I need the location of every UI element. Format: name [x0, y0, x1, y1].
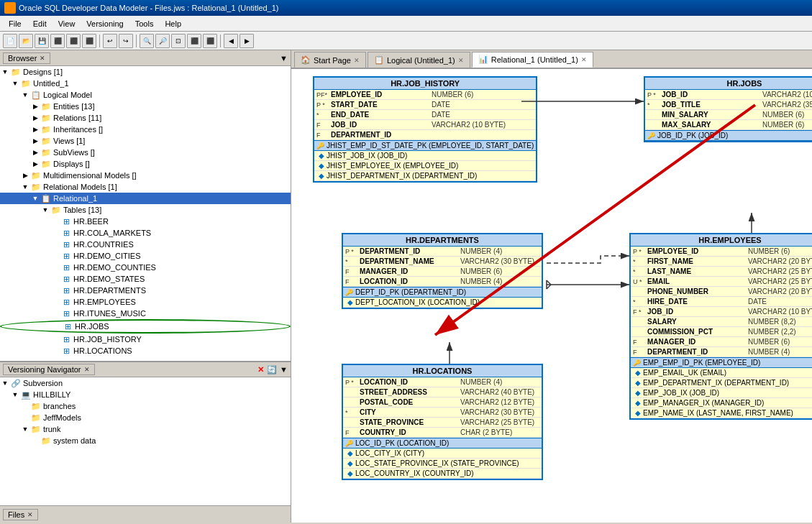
- tree-item-hr_itunes[interactable]: ⊞HR.ITUNES_MUSIC: [0, 308, 291, 319]
- tree-toggle-logical[interactable]: ▼: [20, 90, 30, 100]
- col-key: P *: [316, 101, 331, 109]
- ver-item-jeffmodels[interactable]: 📁JeffModels: [0, 412, 291, 423]
- db-table-hr-employees[interactable]: HR.EMPLOYEESP *EMPLOYEE_IDNUMBER (6)*FIR…: [629, 233, 812, 420]
- menu-tools[interactable]: Tools: [129, 18, 160, 29]
- tree-toggle-inheritances[interactable]: ▶: [30, 124, 40, 134]
- tree-toggle-displays[interactable]: ▶: [30, 159, 40, 169]
- tree-item-untitled1[interactable]: ▼📁Untitled_1: [0, 78, 291, 89]
- tree-item-hr_countries[interactable]: ⊞HR.COUNTRIES: [0, 239, 291, 250]
- ver-toggle-hillbilly[interactable]: ▼: [10, 390, 20, 400]
- browser-content[interactable]: ▼📁Designs [1]▼📁Untitled_1▼📋Logical Model…: [0, 66, 291, 361]
- versioning-refresh[interactable]: 🔄: [267, 365, 277, 374]
- tree-item-displays[interactable]: ▶📁Displays []: [0, 158, 291, 170]
- db-table-hr-locations[interactable]: HR.LOCATIONSP *LOCATION_IDNUMBER (4)STRE…: [342, 364, 543, 480]
- toolbar-forward[interactable]: ▶: [240, 34, 254, 48]
- toolbar-zoom-fit[interactable]: ⊡: [171, 34, 186, 48]
- toolbar-new[interactable]: 📄: [3, 34, 17, 48]
- tree-toggle-untitled1[interactable]: ▼: [10, 78, 20, 88]
- toolbar: 📄 📂 💾 ⬛ ⬛ ⬛ ↩ ↪ 🔍 🔎 ⊡ ⬛ ⬛ ◀ ▶: [0, 32, 812, 50]
- db-table-hr-departments[interactable]: HR.DEPARTMENTSP *DEPARTMENT_IDNUMBER (4)…: [342, 233, 543, 309]
- tree-item-multidim[interactable]: ▶📁Multidimensional Models []: [0, 170, 291, 181]
- browser-tab[interactable]: Browser ✕: [3, 52, 50, 64]
- tree-toggle-multidim[interactable]: ▶: [20, 170, 30, 180]
- toolbar-btn4[interactable]: ⬛: [187, 34, 201, 48]
- toolbar-back[interactable]: ◀: [224, 34, 238, 48]
- versioning-tab-close[interactable]: ✕: [84, 366, 90, 373]
- versioning-content[interactable]: ▼🔗Subversion▼💻HILLBILLY📁branches📁JeffMod…: [0, 377, 291, 505]
- tree-item-hr_counties[interactable]: ⊞HR.DEMO_COUNTIES: [0, 262, 291, 273]
- ver-item-branches[interactable]: 📁branches: [0, 400, 291, 412]
- tree-item-hr_cola[interactable]: ⊞HR.COLA_MARKETS: [0, 227, 291, 239]
- tree-toggle-subviews[interactable]: ▶: [30, 147, 40, 157]
- table-row-1: P *START_DATEDATE: [314, 100, 536, 110]
- browser-tab-close[interactable]: ✕: [40, 55, 45, 62]
- tree-toggle-relational[interactable]: ▼: [20, 182, 30, 192]
- menu-file[interactable]: File: [3, 18, 27, 29]
- tab-close-0[interactable]: ✕: [354, 57, 360, 64]
- toolbar-zoom-in[interactable]: 🔍: [140, 34, 154, 48]
- tree-item-entities[interactable]: ▶📁Entities [13]: [0, 101, 291, 112]
- tree-toggle-relations[interactable]: ▶: [30, 113, 40, 123]
- tree-item-hr_cities[interactable]: ⊞HR.DEMO_CITIES: [0, 250, 291, 262]
- tab-close-2[interactable]: ✕: [581, 56, 587, 63]
- db-table-hr-job-history[interactable]: HR.JOB_HISTORYPF*EMPLOYEE_IDNUMBER (6)P …: [313, 76, 537, 183]
- table-row-8: COMMISSION_PCTNUMBER (2,2): [631, 327, 812, 337]
- tree-item-hr_states[interactable]: ⊞HR.DEMO_STATES: [0, 273, 291, 285]
- ver-item-system_data[interactable]: 📁system data: [0, 435, 291, 446]
- tab-1[interactable]: 📋Logical (Untitled_1)✕: [368, 52, 470, 68]
- toolbar-btn5[interactable]: ⬛: [203, 34, 217, 48]
- tree-toggle-views[interactable]: ▶: [30, 136, 40, 146]
- ver-item-hillbilly[interactable]: ▼💻HILLBILLY: [0, 389, 291, 400]
- toolbar-undo[interactable]: ↩: [103, 34, 117, 48]
- menu-edit[interactable]: Edit: [27, 18, 53, 29]
- tree-item-logical[interactable]: ▼📋Logical Model: [0, 89, 291, 101]
- versioning-collapse[interactable]: ▼: [280, 365, 288, 374]
- tree-toggle-designs[interactable]: ▼: [0, 67, 10, 77]
- col-key: P *: [647, 91, 662, 98]
- files-tab-close[interactable]: ✕: [27, 511, 33, 518]
- diagram-canvas[interactable]: HR.JOB_HISTORYPF*EMPLOYEE_IDNUMBER (6)P …: [291, 69, 812, 523]
- tree-item-hr_job_history[interactable]: ⊞HR.JOB_HISTORY: [0, 334, 291, 345]
- tree-toggle-relational1[interactable]: ▼: [30, 193, 40, 203]
- files-panel[interactable]: Files ✕: [0, 505, 291, 523]
- ver-toggle-trunk[interactable]: ▼: [20, 424, 30, 434]
- browser-collapse[interactable]: ▼: [280, 54, 288, 63]
- toolbar-btn1[interactable]: ⬛: [50, 34, 65, 48]
- versioning-cancel[interactable]: ✕: [257, 365, 264, 374]
- tree-item-inheritances[interactable]: ▶📁Inheritances []: [0, 124, 291, 135]
- files-tab[interactable]: Files ✕: [3, 509, 38, 520]
- tree-item-hr_locations[interactable]: ⊞HR.LOCATIONS: [0, 345, 291, 357]
- toolbar-zoom-out[interactable]: 🔎: [155, 34, 170, 48]
- ver-item-subversion[interactable]: ▼🔗Subversion: [0, 377, 291, 389]
- ver-toggle-subversion[interactable]: ▼: [0, 378, 10, 388]
- tree-item-relational1[interactable]: ▼📋Relational_1: [0, 193, 291, 204]
- tree-item-subviews[interactable]: ▶📁SubViews []: [0, 147, 291, 158]
- tab-close-1[interactable]: ✕: [458, 57, 464, 64]
- tree-item-hr_jobs[interactable]: ⊞HR.JOBS: [0, 319, 291, 334]
- menu-versioning[interactable]: Versioning: [81, 18, 129, 29]
- ver-item-trunk[interactable]: ▼📁trunk: [0, 423, 291, 435]
- tree-item-hr_departments[interactable]: ⊞HR.DEPARTMENTS: [0, 285, 291, 296]
- toolbar-btn2[interactable]: ⬛: [66, 34, 81, 48]
- tree-toggle-tables[interactable]: ▼: [40, 205, 50, 215]
- tree-item-views[interactable]: ▶📁Views [1]: [0, 135, 291, 147]
- toolbar-btn3[interactable]: ⬛: [82, 34, 96, 48]
- tree-icon-subviews: 📁: [40, 147, 52, 157]
- versioning-tab[interactable]: Versioning Navigator ✕: [3, 364, 95, 375]
- tree-toggle-entities[interactable]: ▶: [30, 101, 40, 111]
- menu-help[interactable]: Help: [159, 18, 187, 29]
- db-table-hr-jobs[interactable]: HR.JOBSP *JOB_IDVARCHAR2 (10 BYTE)*JOB_T…: [644, 76, 812, 142]
- toolbar-open[interactable]: 📂: [19, 34, 33, 48]
- tab-2[interactable]: 📊Relational_1 (Untitled_1)✕: [472, 52, 593, 68]
- tree-item-tables[interactable]: ▼📁Tables [13]: [0, 204, 291, 216]
- versioning-tab-label: Versioning Navigator: [8, 365, 81, 374]
- toolbar-save[interactable]: 💾: [35, 34, 49, 48]
- menu-view[interactable]: View: [53, 18, 81, 29]
- tree-item-hr_beer[interactable]: ⊞HR.BEER: [0, 216, 291, 227]
- tree-item-relations[interactable]: ▶📁Relations [11]: [0, 112, 291, 124]
- tree-item-designs[interactable]: ▼📁Designs [1]: [0, 66, 291, 78]
- tree-item-relational[interactable]: ▼📁Relational Models [1]: [0, 181, 291, 193]
- toolbar-redo[interactable]: ↪: [119, 34, 133, 48]
- tab-0[interactable]: 🏠Start Page✕: [294, 52, 366, 68]
- tree-item-hr_employees[interactable]: ⊞HR.EMPLOYEES: [0, 296, 291, 308]
